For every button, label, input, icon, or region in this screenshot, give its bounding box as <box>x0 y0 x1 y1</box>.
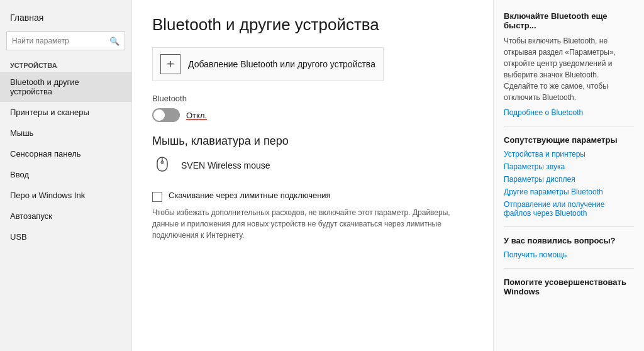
bluetooth-toggle-label: Откл. <box>186 111 207 120</box>
sidebar-item-printers[interactable]: Принтеры и сканеры <box>0 102 131 123</box>
checkbox-label: Скачивание через лимитные подключения <box>169 191 331 200</box>
sidebar-search-box[interactable]: 🔍 <box>6 31 125 50</box>
sidebar-item-pen[interactable]: Перо и Windows Ink <box>0 185 131 206</box>
bluetooth-toggle[interactable] <box>152 108 180 122</box>
link-send-receive-bluetooth[interactable]: Отправление или получение файлов через B… <box>504 200 634 218</box>
toggle-knob <box>153 109 165 121</box>
improve-title: Помогите усовершенствовать Windows <box>504 277 634 296</box>
bluetooth-more-link[interactable]: Подробнее о Bluetooth <box>504 108 634 117</box>
questions-title: У вас появились вопросы? <box>504 236 634 245</box>
bluetooth-label: Bluetooth <box>152 94 473 103</box>
checkbox-section: Скачивание через лимитные подключения Чт… <box>152 191 473 241</box>
link-devices-printers[interactable]: Устройства и принтеры <box>504 150 634 159</box>
sidebar-item-input[interactable]: Ввод <box>0 164 131 185</box>
checkbox-description: Чтобы избежать дополнительных расходов, … <box>152 207 473 241</box>
related-params-title: Сопутствующие параметры <box>504 135 634 145</box>
sidebar-item-usb[interactable]: USB <box>0 226 131 247</box>
search-icon: 🔍 <box>109 36 119 46</box>
sidebar-item-mouse[interactable]: Мышь <box>0 123 131 143</box>
sidebar-section-title: Устройства <box>0 57 131 72</box>
link-sound-settings[interactable]: Параметры звука <box>504 162 634 171</box>
metered-connection-checkbox[interactable] <box>152 192 162 202</box>
sidebar-item-touchpad[interactable]: Сенсорная панель <box>0 143 131 164</box>
page-title: Bluetooth и другие устройства <box>152 15 473 35</box>
sidebar-item-bluetooth[interactable]: Bluetooth и другие устройства <box>0 72 131 102</box>
right-panel: Включайте Bluetooth еще быстр... Чтобы в… <box>493 0 644 351</box>
add-icon: + <box>160 54 180 74</box>
add-device-label: Добавление Bluetooth или другого устройс… <box>188 59 375 69</box>
device-item-mouse: SVEN Wireless mouse <box>152 155 473 176</box>
right-divider-3 <box>504 268 634 269</box>
quick-title: Включайте Bluetooth еще быстр... <box>504 11 634 30</box>
bluetooth-toggle-row: Откл. <box>152 108 473 122</box>
add-device-button[interactable]: + Добавление Bluetooth или другого устро… <box>152 47 384 81</box>
quick-text: Чтобы включить Bluetooth, не открывая ра… <box>504 35 634 103</box>
sidebar-home[interactable]: Главная <box>0 6 131 28</box>
link-other-bluetooth[interactable]: Другие параметры Bluetooth <box>504 187 634 196</box>
device-name: SVEN Wireless mouse <box>181 160 270 170</box>
get-help-link[interactable]: Получить помощь <box>504 250 634 259</box>
main-content: Bluetooth и другие устройства + Добавлен… <box>132 0 493 351</box>
right-divider-2 <box>504 226 634 227</box>
checkbox-row: Скачивание через лимитные подключения <box>152 191 473 202</box>
sidebar-item-autostart[interactable]: Автозапуск <box>0 206 131 226</box>
search-input[interactable] <box>12 36 108 45</box>
link-display-settings[interactable]: Параметры дисплея <box>504 175 634 184</box>
mouse-section-heading: Мышь, клавиатура и перо <box>152 135 473 148</box>
right-divider-1 <box>504 126 634 126</box>
sidebar: Главная 🔍 Устройства Bluetooth и другие … <box>0 0 132 351</box>
mouse-icon <box>152 155 172 176</box>
